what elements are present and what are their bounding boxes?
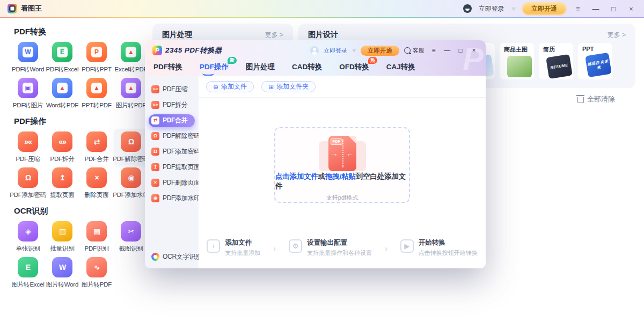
arrow-left-icon: ← (347, 150, 354, 157)
menu-item[interactable]: ×PDF删除页面 (149, 177, 195, 189)
sidebar-item-label: PPT转PDF (82, 101, 111, 109)
design-card[interactable]: 商品主图 (500, 43, 534, 79)
sidebar-item-label: Excel转PDF (115, 65, 148, 74)
menu-item[interactable]: ΩPDF解除密码 (149, 130, 195, 143)
close-button[interactable]: × (626, 5, 636, 12)
split-icon: «» (151, 101, 159, 109)
sidebar-item[interactable]: ▤PDF识别 (79, 218, 114, 254)
tab-图片处理[interactable]: 图片处理 (246, 62, 275, 72)
sidebar-item[interactable]: WPDF转Word (11, 39, 45, 75)
merge-icon: ⇄ (86, 131, 107, 152)
step-title: 设置输出配置 (307, 239, 372, 247)
sidebar-item[interactable]: ⇄PDF合并 (79, 129, 114, 165)
pdf-badge: PDF (331, 138, 342, 145)
sidebar-item[interactable]: ▥批量识别 (45, 218, 79, 254)
instruction-part: 拖拽/粘贴 (325, 172, 356, 180)
step-text: 开始转换点击转换按钮开始转换 (419, 239, 478, 257)
dialog-login-link[interactable]: 立即登录 (324, 47, 347, 55)
merge-icon: ⇄ (151, 116, 159, 125)
sidebar-item-label: PDF转Word (12, 65, 44, 74)
dialog-upgrade-button[interactable]: 立即开通 (361, 46, 399, 56)
step-text: 添加文件支持批量添加 (225, 239, 260, 257)
word-icon: W (52, 257, 72, 277)
icon-glyph: ⇄ (94, 138, 100, 145)
dialog-minimize-button[interactable]: — (443, 47, 451, 54)
design-card[interactable]: 简历RESUME (539, 43, 573, 79)
sidebar-item[interactable]: W图片转Word (45, 254, 79, 290)
tab-CAJ转换[interactable]: CAJ转换 (386, 62, 415, 72)
clear-all-button[interactable]: 全部清除 (577, 94, 615, 104)
sidebar-item-label: PDF转图片 (13, 101, 43, 109)
menu-item[interactable]: ΩPDF添加密码 (149, 145, 195, 158)
icon-glyph: ▥ (59, 228, 65, 235)
design-card[interactable]: PPT就现在 向未来 (578, 43, 612, 79)
dialog-titlebar: P 2345 PDF转换器 立即登录 ♥ 立即开通 客服 ≡ — □ × (145, 40, 486, 57)
sidebar-item-label: 删除页面 (84, 191, 108, 199)
tab-PDF操作[interactable]: PDF操作新 (200, 62, 229, 72)
menu-item[interactable]: ◉PDF添加水印 (149, 192, 195, 205)
sidebar-item[interactable]: ×删除页面 (79, 165, 114, 201)
tab-CAD转换[interactable]: CAD转换 (292, 62, 322, 72)
menu-item[interactable]: ⇄PDF合并 (149, 114, 195, 127)
icon-glyph: »« (24, 138, 32, 145)
dialog-heart-icon[interactable]: ♥ (352, 47, 356, 54)
sidebar-item[interactable]: »«PDF压缩 (11, 129, 45, 165)
sidebar-item-label: PDF识别 (84, 245, 108, 253)
sidebar-item[interactable]: ΩPDF解除密码 (114, 129, 148, 165)
sidebar-item[interactable]: ▲PPT转PDF (79, 75, 114, 111)
dropzone-hint: 支持pdf格式 (326, 194, 358, 202)
file-dropzone[interactable]: PDF → ← 点击添加文件或拖拽/粘贴到空白处添加文件 支持pdf格式 (274, 127, 410, 203)
unlock-icon: Ω (151, 132, 159, 140)
image-processing-more-link[interactable]: 更多 > (265, 31, 283, 40)
pdf-document-icon: PDF → ← (328, 136, 356, 171)
ocr-text-recognition-item[interactable]: OCR文字识别 (145, 252, 199, 261)
pdf-converter-dialog: P P 2345 PDF转换器 立即登录 ♥ 立即开通 客服 ≡ — □ × (145, 40, 486, 268)
compress-icon: »« (18, 131, 38, 152)
menu-item[interactable]: »«PDF压缩 (149, 83, 195, 96)
sidebar-item[interactable]: ◈单张识别 (11, 218, 45, 254)
sidebar-item[interactable]: ▲Excel转PDF (114, 39, 148, 75)
login-link[interactable]: 立即登录 (479, 4, 504, 13)
dialog-maximize-button[interactable]: □ (456, 47, 465, 54)
menu-icon[interactable]: ≡ (573, 5, 583, 12)
sidebar-item-label: 单张识别 (16, 245, 40, 253)
dialog-avatar-icon[interactable] (310, 46, 319, 55)
menu-footer-label: OCR文字识别 (163, 252, 202, 261)
converter-brand: 2345 PDF转换器 (165, 46, 222, 55)
menu-item[interactable]: «»PDF拆分 (149, 99, 195, 112)
sidebar-item[interactable]: ▲Word转PDF (45, 75, 79, 111)
pdf-icon: ▲ (121, 42, 141, 62)
sidebar-item[interactable]: PPDF转PPT (79, 39, 114, 75)
sidebar-item-label: PDF转Excel (46, 65, 79, 74)
tab-PDF转换[interactable]: PDF转换 (153, 62, 182, 72)
sidebar-item[interactable]: ΩPDF添加密码 (11, 165, 45, 201)
design-card-thumbnail: 就现在 向未来 (585, 53, 612, 77)
menu-item[interactable]: ↥PDF提取页面 (149, 161, 195, 174)
upgrade-button[interactable]: 立即开通 (523, 3, 566, 14)
step-description: 支持批量操作和各种设置 (307, 249, 372, 257)
heart-icon[interactable]: ♥ (511, 5, 516, 12)
watermark-icon: ◉ (151, 194, 159, 202)
sidebar-item[interactable]: ✂截图识别 (114, 218, 148, 254)
add-file-label: 添加文件 (221, 82, 247, 91)
maximize-button[interactable]: □ (608, 5, 619, 12)
sidebar-item[interactable]: ↥提取页面 (45, 165, 79, 201)
support-button[interactable]: 客服 (404, 47, 425, 55)
user-avatar-icon[interactable] (463, 4, 472, 13)
sidebar-item[interactable]: E图片转Excel (11, 254, 45, 290)
sidebar-item[interactable]: «»PDF拆分 (45, 129, 79, 165)
sidebar-item[interactable]: EPDF转Excel (45, 39, 79, 75)
sidebar-item[interactable]: ∿图片转PDF (79, 254, 114, 290)
dialog-close-button[interactable]: × (470, 47, 478, 54)
sidebar-item[interactable]: ▣PDF转图片 (11, 75, 45, 111)
add-folder-button[interactable]: ⊞ 添加文件夹 (261, 81, 316, 92)
sidebar-item-label: PDF转PPT (82, 65, 111, 74)
sidebar-item[interactable]: ◉PDF添加水印 (114, 165, 148, 201)
tab-OFD转换[interactable]: OFD转换热 (339, 62, 369, 72)
trash-icon (577, 97, 584, 103)
add-file-button[interactable]: ⊕ 添加文件 (206, 81, 254, 92)
image-design-more-link[interactable]: 更多 > (608, 31, 626, 40)
dialog-menu-icon[interactable]: ≡ (429, 47, 438, 54)
minimize-button[interactable]: — (590, 5, 601, 12)
sidebar-item[interactable]: ▲图片转PDF (114, 75, 148, 111)
